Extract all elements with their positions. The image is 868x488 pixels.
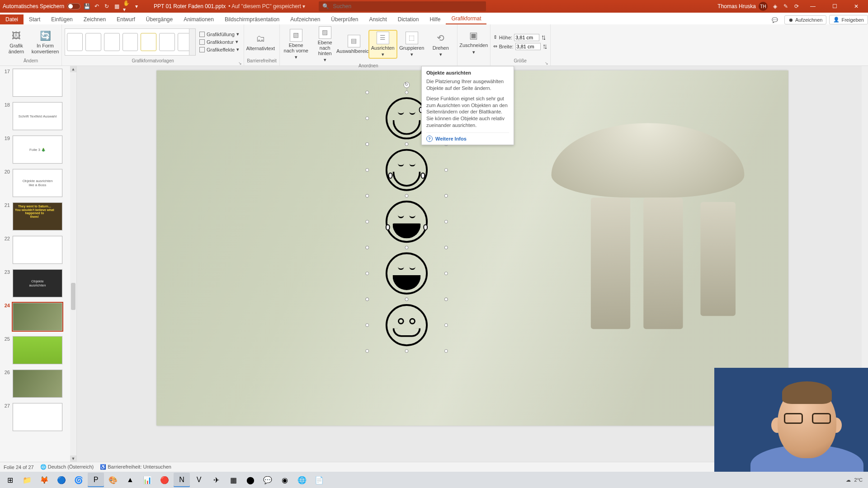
vlc-icon[interactable]: ▲ xyxy=(122,473,138,487)
launcher-icon[interactable]: ↘ xyxy=(238,61,242,66)
bring-forward-button[interactable]: ▧Ebene nach vorne ▾ xyxy=(283,28,310,61)
thumbnail-slide-25[interactable]: 25 xyxy=(0,333,76,367)
convert-shape-button[interactable]: 🔄 In Form konvertieren xyxy=(32,28,59,55)
thumbnail-slide-22[interactable]: 22 xyxy=(0,233,76,267)
tab-record[interactable]: Aufzeichnen xyxy=(285,14,326,24)
graphic-fill-button[interactable]: Grafikfüllung ▾ xyxy=(198,31,241,38)
redo-icon[interactable]: ↻ xyxy=(103,3,110,10)
height-input[interactable] xyxy=(514,34,539,41)
smiley-5[interactable] xyxy=(386,304,428,346)
smiley-3[interactable] xyxy=(386,201,428,243)
thumbnail-slide-27[interactable]: 27 xyxy=(0,400,76,434)
minimize-button[interactable]: — xyxy=(804,0,822,13)
scroll-handle[interactable] xyxy=(71,283,75,310)
smiley-2[interactable] xyxy=(386,149,428,191)
autosave-toggle[interactable] xyxy=(67,3,80,9)
style-gallery[interactable] xyxy=(65,28,196,56)
start-button[interactable]: ⊞ xyxy=(2,473,18,487)
width-input[interactable] xyxy=(515,43,541,50)
scroll-down-icon[interactable]: ▼ xyxy=(70,455,76,462)
send-backward-button[interactable]: ▨Ebene nach hinten ▾ xyxy=(311,25,339,63)
search-box[interactable]: 🔍 xyxy=(319,1,486,11)
app-icon-7[interactable]: 🌐 xyxy=(294,473,310,487)
pen-icon[interactable]: ✎ xyxy=(782,3,789,10)
tab-design[interactable]: Entwurf xyxy=(111,14,141,24)
size-launcher-icon[interactable]: ↘ xyxy=(545,61,548,66)
height-control[interactable]: ⇕ Höhe:⮁ xyxy=(493,34,547,41)
app-icon-2[interactable]: 📊 xyxy=(139,473,156,487)
diamond-icon[interactable]: ◈ xyxy=(771,3,778,10)
firefox-icon[interactable]: 🦊 xyxy=(36,473,52,487)
tooltip-more-link[interactable]: ?Weitere Infos xyxy=(426,132,509,142)
group-button[interactable]: ⬚Gruppieren ▾ xyxy=(398,31,425,58)
weather-icon[interactable]: ☁ xyxy=(846,477,851,483)
app-icon-3[interactable]: 🔴 xyxy=(156,473,173,487)
gallery-more-icon[interactable] xyxy=(189,29,195,55)
slide-counter[interactable]: Folie 24 of 27 xyxy=(4,465,34,470)
language-indicator[interactable]: 🌐 Deutsch (Österreich) xyxy=(40,464,94,470)
tab-view[interactable]: Ansicht xyxy=(363,14,392,24)
scroll-up-icon[interactable]: ▲ xyxy=(70,66,76,72)
tab-review[interactable]: Überprüfen xyxy=(326,14,363,24)
tab-insert[interactable]: Einfügen xyxy=(46,14,78,24)
thumbnail-slide-18[interactable]: 18Schrift Textfeld Auswahl xyxy=(0,99,76,133)
save-icon[interactable]: 💾 xyxy=(83,3,90,10)
thumbnail-slide-23[interactable]: 23Objekte ausrichten xyxy=(0,267,76,300)
graphic-outline-button[interactable]: Grafikkontur ▾ xyxy=(198,38,241,45)
powerpoint-icon[interactable]: P xyxy=(88,473,104,487)
share-button[interactable]: 👤 Freigeben xyxy=(829,15,868,24)
rotate-handle[interactable] xyxy=(404,82,410,88)
thumbnail-slide-26[interactable]: 26 xyxy=(0,367,76,400)
selection-pane-button[interactable]: ▤Auswahlbereich xyxy=(340,34,368,55)
tab-draw[interactable]: Zeichnen xyxy=(78,14,111,24)
thumbs-scrollbar[interactable]: ▲ ▼ xyxy=(70,66,76,462)
maximize-button[interactable]: ☐ xyxy=(826,0,844,13)
tab-dictation[interactable]: Dictation xyxy=(392,14,425,24)
graphic-effects-button[interactable]: Grafikeffekte ▾ xyxy=(198,46,241,53)
tab-animations[interactable]: Animationen xyxy=(178,14,219,24)
app-icon-1[interactable]: 🎨 xyxy=(105,473,121,487)
app-icon-8[interactable]: 📄 xyxy=(311,473,327,487)
vscode-icon[interactable]: V xyxy=(191,473,207,487)
change-graphic-button[interactable]: 🖼 Grafik ändern xyxy=(3,28,30,55)
tab-start[interactable]: Start xyxy=(24,14,46,24)
qat-more-icon[interactable]: ▾ xyxy=(133,3,140,10)
temperature[interactable]: 2°C xyxy=(854,477,863,483)
explorer-icon[interactable]: 📁 xyxy=(19,473,35,487)
sync-icon[interactable]: ⟳ xyxy=(793,3,800,10)
app-icon-4[interactable]: ▦ xyxy=(225,473,241,487)
thumbnail-slide-21[interactable]: 21 xyxy=(0,200,76,233)
user-account[interactable]: Thomas Hruska TH xyxy=(717,2,768,11)
obs-icon[interactable]: ⬤ xyxy=(242,473,259,487)
alttext-button[interactable]: 🗂 Alternativtext xyxy=(247,31,274,52)
send-backward-icon: ▨ xyxy=(319,26,331,39)
smiley-4[interactable] xyxy=(386,253,428,295)
tab-graphicformat[interactable]: Grafikformat xyxy=(446,14,486,24)
edge-icon[interactable]: 🌀 xyxy=(71,473,87,487)
tab-file[interactable]: Datei xyxy=(0,14,24,24)
present-icon[interactable]: ▦ xyxy=(113,3,120,10)
search-input[interactable] xyxy=(333,3,482,9)
thumbnail-slide-24[interactable]: 24 xyxy=(0,300,76,333)
app-icon-6[interactable]: ◉ xyxy=(277,473,293,487)
accessibility-check[interactable]: ♿ Barrierefreiheit: Untersuchen xyxy=(100,464,171,470)
chrome-icon[interactable]: 🔵 xyxy=(53,473,70,487)
comments-icon[interactable]: 💬 xyxy=(768,16,782,24)
app-icon-5[interactable]: 💬 xyxy=(259,473,276,487)
width-control[interactable]: ⇔ Breite:⮁ xyxy=(493,43,547,50)
thumbnail-slide-17[interactable]: 17 xyxy=(0,66,76,99)
thumbnail-slide-19[interactable]: 19Folie 3 🎄 xyxy=(0,133,76,166)
align-button[interactable]: ☰Ausrichten ▾ xyxy=(369,31,396,58)
record-button[interactable]: ⏺ Aufzeichnen xyxy=(784,15,827,24)
tab-transitions[interactable]: Übergänge xyxy=(141,14,178,24)
tab-help[interactable]: Hilfe xyxy=(424,14,446,24)
undo-icon[interactable]: ↶ xyxy=(93,3,100,10)
crop-button[interactable]: ▣Zuschneiden ▾ xyxy=(460,28,487,55)
touch-icon[interactable]: ✋▾ xyxy=(123,3,130,10)
close-button[interactable]: ✕ xyxy=(847,0,865,13)
rotate-button[interactable]: ⟲Drehen ▾ xyxy=(427,31,454,58)
onenote-icon[interactable]: N xyxy=(174,473,190,487)
tab-slideshow[interactable]: Bildschirmpräsentation xyxy=(219,14,285,24)
telegram-icon[interactable]: ✈ xyxy=(208,473,224,487)
thumbnail-slide-20[interactable]: 20Objekte ausrichten like a Boss xyxy=(0,166,76,200)
